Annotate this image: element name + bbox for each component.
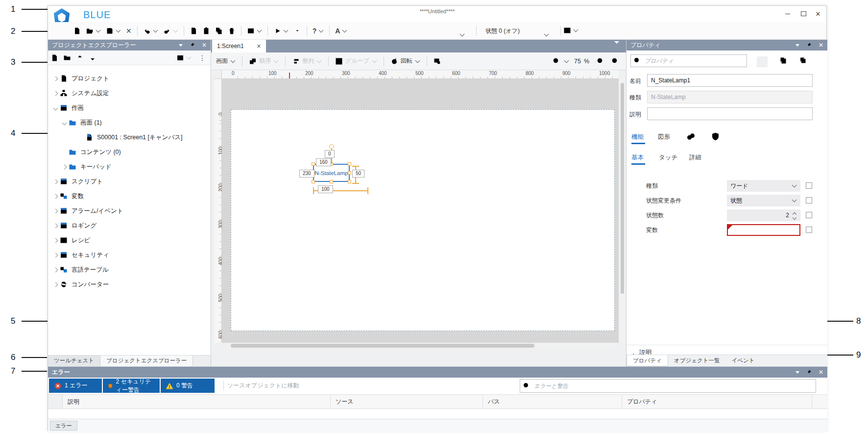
chevron-right-icon[interactable]: [51, 224, 60, 228]
chevron-right-icon[interactable]: [51, 209, 60, 213]
help-button[interactable]: ?: [313, 27, 324, 34]
tab-events[interactable]: イベント: [725, 355, 760, 366]
stepper-arrows[interactable]: [792, 211, 797, 219]
resize-handle[interactable]: [330, 180, 333, 183]
resize-handle[interactable]: [348, 180, 351, 183]
subtab-touch[interactable]: タッチ: [659, 153, 677, 162]
n-statelamp-object[interactable]: N-StateLamp: [313, 164, 350, 182]
chevron-right-icon[interactable]: [51, 195, 60, 198]
property-search-input[interactable]: [644, 57, 747, 64]
tree-item-project[interactable]: プロジェクト: [48, 71, 211, 86]
tab-close-icon[interactable]: ✕: [257, 43, 261, 50]
tree-item-language-table[interactable]: 言語テーブル: [48, 262, 211, 277]
tab-shape[interactable]: 図形: [658, 133, 670, 141]
run-button[interactable]: [273, 27, 289, 35]
type-select[interactable]: ワード: [727, 180, 800, 192]
tab-screen1[interactable]: 1:Screen1 ✕: [212, 40, 266, 52]
delete-button[interactable]: [228, 27, 236, 35]
cascade-button[interactable]: [799, 56, 807, 64]
chevron-right-icon[interactable]: [60, 165, 69, 169]
undo-button[interactable]: [143, 27, 158, 35]
variable-field[interactable]: [727, 224, 800, 236]
scrollbar-thumb[interactable]: [231, 344, 534, 348]
resize-handle[interactable]: [348, 162, 351, 166]
close-project-button[interactable]: ✕: [126, 27, 132, 34]
chevron-down-icon[interactable]: [283, 27, 288, 32]
state-selector[interactable]: 状態 0 (オフ): [485, 27, 520, 35]
chevron-right-icon[interactable]: [51, 92, 60, 95]
error-status-tab[interactable]: エラー: [50, 421, 77, 431]
copy-button[interactable]: [190, 27, 197, 35]
zoom-fit-button[interactable]: [611, 57, 619, 65]
zoom-in-button[interactable]: [597, 57, 604, 65]
column-path[interactable]: パス: [483, 395, 622, 408]
vertical-scrollbar[interactable]: [620, 79, 625, 343]
panel-menu-icon[interactable]: [796, 44, 799, 47]
subtab-detail[interactable]: 詳細: [689, 153, 701, 162]
tree-item-contents[interactable]: コンテンツ (0): [48, 145, 211, 159]
redo-button[interactable]: [163, 27, 178, 35]
chevron-down-icon[interactable]: [257, 27, 262, 32]
tree-item-converter[interactable]: コンバーター: [48, 277, 211, 292]
variable-checkbox[interactable]: [806, 227, 812, 233]
chevron-down-icon[interactable]: [574, 27, 579, 32]
chevron-right-icon[interactable]: [51, 268, 60, 272]
chevron-right-icon[interactable]: [51, 180, 60, 183]
chevron-right-icon[interactable]: [51, 283, 60, 286]
column-source[interactable]: ソース: [331, 395, 483, 408]
table-view-button[interactable]: [563, 26, 579, 34]
tab-object-list[interactable]: オブジェクト一覧: [668, 355, 726, 366]
chevron-right-icon[interactable]: [51, 254, 60, 257]
zoom-out-button[interactable]: [553, 57, 560, 65]
resize-handle[interactable]: [312, 162, 315, 166]
security-warning-filter-button[interactable]: 2 セキュリティー警告: [103, 379, 160, 393]
panel-menu-icon[interactable]: [179, 44, 183, 47]
column-property[interactable]: プロパティ: [622, 395, 812, 408]
panel-close-icon[interactable]: ✕: [819, 42, 823, 48]
chevron-down-icon[interactable]: [96, 27, 101, 32]
error-filter-button[interactable]: 1 エラー: [49, 379, 102, 393]
chevron-down-icon[interactable]: [116, 27, 121, 32]
canvas-viewport[interactable]: N-StateLamp: [222, 79, 619, 343]
detail-list-button[interactable]: [757, 56, 768, 67]
state-change-checkbox[interactable]: [806, 197, 812, 204]
new-button[interactable]: [73, 27, 81, 35]
warning-filter-button[interactable]: 0 警告: [161, 379, 215, 393]
error-search-input[interactable]: [533, 383, 816, 389]
tree-item-screens[interactable]: 画面 (1): [48, 115, 211, 130]
minimize-button[interactable]: [782, 9, 793, 19]
tab-toolchest[interactable]: ツールチェスト: [48, 356, 100, 366]
open-button[interactable]: [86, 27, 101, 35]
error-search[interactable]: [520, 379, 816, 393]
tree-item-recipe[interactable]: レシピ: [48, 233, 211, 248]
tree-item-logging[interactable]: ロギング: [48, 218, 211, 233]
zoom-value[interactable]: 75: [574, 58, 581, 65]
tree-item-script[interactable]: スクリプト: [48, 174, 211, 189]
tree-item-system-settings[interactable]: システム設定: [48, 86, 211, 101]
tree-item-security[interactable]: セキュリティ: [48, 248, 211, 262]
chevron-down-icon[interactable]: [319, 27, 324, 32]
tree-item-drawing[interactable]: 作画: [48, 101, 211, 115]
translate-button[interactable]: A: [335, 27, 347, 34]
column-description[interactable]: 説明: [63, 395, 331, 408]
tree-item-screen1[interactable]: S00001 : Screen1 [キャンバス]: [48, 130, 211, 145]
state-count-stepper[interactable]: 2: [727, 209, 800, 221]
resize-handle[interactable]: [312, 180, 315, 183]
language-combo[interactable]: [459, 29, 465, 38]
duplicate-button[interactable]: [215, 27, 223, 35]
type-override-checkbox[interactable]: [806, 182, 812, 189]
download-button[interactable]: [293, 27, 301, 35]
zoom-dropdown-icon[interactable]: [564, 58, 569, 63]
stepper-down-icon[interactable]: [793, 216, 796, 220]
tab-security[interactable]: [711, 132, 720, 141]
find-in-screen-button[interactable]: [434, 57, 441, 65]
kebab-menu-icon[interactable]: ⋮: [199, 54, 206, 62]
tree-item-alarm-event[interactable]: アラーム/イベント: [48, 204, 211, 218]
pin-icon[interactable]: [189, 42, 195, 48]
tab-overflow-icon[interactable]: [614, 44, 619, 52]
rotate-button[interactable]: 回転: [390, 57, 420, 65]
pin-icon[interactable]: [806, 369, 812, 375]
state-change-select[interactable]: 状態: [727, 195, 800, 206]
tree-item-keypad[interactable]: キーパッド: [48, 159, 211, 174]
tab-function[interactable]: 機能: [631, 133, 644, 141]
